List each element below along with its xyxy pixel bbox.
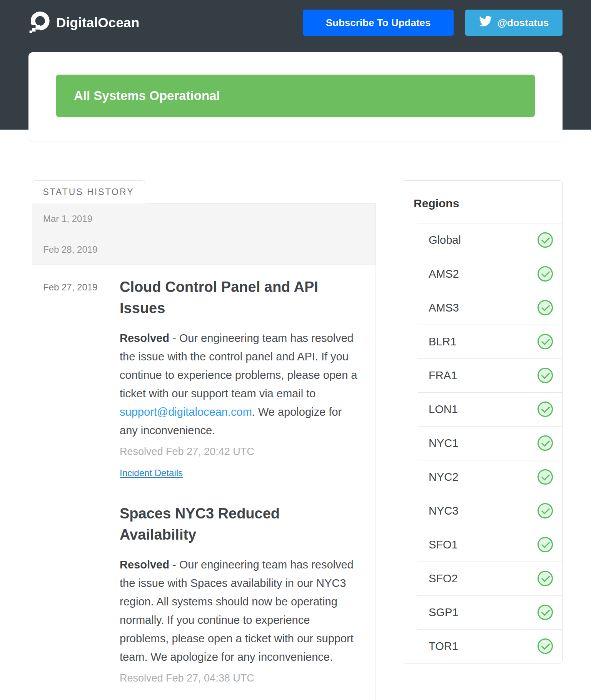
region-row-sfo1: SFO1 [402, 528, 562, 562]
region-row-nyc3: NYC3 [402, 494, 562, 528]
check-circle-icon [538, 638, 553, 654]
region-row-ams3: AMS3 [402, 291, 562, 325]
expanded-date-label: Feb 27, 2019 [32, 265, 120, 700]
region-row-lon1: LON1 [402, 392, 562, 426]
region-label: SFO1 [429, 538, 458, 551]
date-row-feb-27-expanded: Feb 27, 2019 Cloud Control Panel and API… [32, 265, 376, 700]
digitalocean-logo[interactable]: DigitalOcean [28, 11, 139, 35]
check-circle-icon [538, 605, 553, 620]
brand-name: DigitalOcean [56, 15, 139, 30]
incident-body: Resolved - Our engineering team has reso… [120, 329, 358, 440]
twitter-button[interactable]: @dostatus [465, 10, 563, 36]
check-circle-icon [538, 334, 553, 349]
region-row-nyc2: NYC2 [402, 460, 562, 494]
overall-status-text: All Systems Operational [74, 88, 220, 103]
status-page: DigitalOcean Subscribe To Updates @dosta… [0, 0, 591, 700]
status-history-panel: STATUS HISTORY Mar 1, 2019 Feb 28, 2019 … [32, 180, 376, 700]
region-label: NYC1 [429, 437, 458, 450]
check-circle-icon [538, 300, 553, 315]
incident-status-label: Resolved [120, 332, 169, 344]
check-circle-icon [538, 266, 553, 282]
all-systems-operational-banner: All Systems Operational [56, 75, 535, 117]
incident-spaces-nyc3: Spaces NYC3 Reduced Availability Resolve… [120, 503, 358, 684]
region-label: SGP1 [429, 606, 458, 619]
incident-title: Cloud Control Panel and API Issues [120, 277, 358, 319]
region-row-tor1: TOR1 [402, 629, 562, 663]
status-history-tab-label: STATUS HISTORY [43, 187, 134, 197]
incident-body-text: - Our engineering team has resolved the … [120, 558, 354, 663]
date-row-mar-1[interactable]: Mar 1, 2019 [32, 203, 376, 234]
status-history-table: Mar 1, 2019 Feb 28, 2019 Feb 27, 2019 Cl… [32, 203, 376, 700]
incident-cloud-control-panel: Cloud Control Panel and API Issues Resol… [120, 277, 358, 478]
region-label: AMS2 [429, 268, 459, 280]
twitter-bird-icon [479, 16, 492, 30]
region-label: FRA1 [429, 369, 457, 382]
overall-status-card: All Systems Operational [28, 52, 563, 142]
check-circle-icon [538, 503, 553, 518]
check-circle-icon [538, 571, 553, 586]
region-row-nyc1: NYC1 [402, 426, 562, 460]
check-circle-icon [538, 232, 553, 248]
support-email-link[interactable]: support@digitalocean.com [120, 406, 252, 418]
region-label: BLR1 [429, 335, 457, 348]
date-row-feb-28[interactable]: Feb 28, 2019 [32, 234, 376, 265]
date-row-label: Feb 28, 2019 [43, 244, 97, 255]
incident-body: Resolved - Our engineering team has reso… [120, 555, 358, 666]
incident-resolved-timestamp: Resolved Feb 27, 04:38 UTC [120, 672, 358, 684]
regions-list: Global AMS2 AMS3 BLR1 FRA1 [402, 223, 562, 663]
region-row-fra1: FRA1 [402, 358, 562, 392]
region-row-blr1: BLR1 [402, 325, 562, 358]
incident-details-link[interactable]: Incident Details [120, 468, 183, 478]
check-circle-icon [538, 469, 553, 485]
incident-status-label: Resolved [120, 558, 169, 571]
check-circle-icon [538, 402, 553, 417]
date-row-label: Mar 1, 2019 [43, 213, 92, 224]
digitalocean-mark-icon [28, 11, 51, 35]
region-label: LON1 [429, 403, 458, 416]
regions-panel: Regions Global AMS2 AMS3 BLR1 [402, 180, 563, 663]
check-circle-icon [538, 435, 553, 451]
region-label: SFO2 [429, 572, 458, 585]
region-label: NYC2 [429, 471, 458, 483]
subscribe-button[interactable]: Subscribe To Updates [303, 10, 454, 36]
subscribe-button-label: Subscribe To Updates [326, 17, 431, 29]
incident-title: Spaces NYC3 Reduced Availability [120, 503, 358, 545]
check-circle-icon [538, 537, 553, 552]
region-label: Global [429, 234, 461, 247]
tab-status-history[interactable]: STATUS HISTORY [32, 180, 145, 203]
region-label: AMS3 [429, 302, 459, 314]
region-label: TOR1 [429, 640, 458, 653]
region-row-global: Global [402, 223, 562, 257]
twitter-button-label: @dostatus [498, 17, 549, 29]
region-row-ams2: AMS2 [402, 257, 562, 291]
region-label: NYC3 [429, 505, 458, 517]
regions-title: Regions [402, 181, 562, 223]
region-row-sfo2: SFO2 [402, 562, 562, 595]
incident-resolved-timestamp: Resolved Feb 27, 20:42 UTC [120, 446, 358, 458]
check-circle-icon [538, 368, 553, 383]
region-row-sgp1: SGP1 [402, 595, 562, 629]
